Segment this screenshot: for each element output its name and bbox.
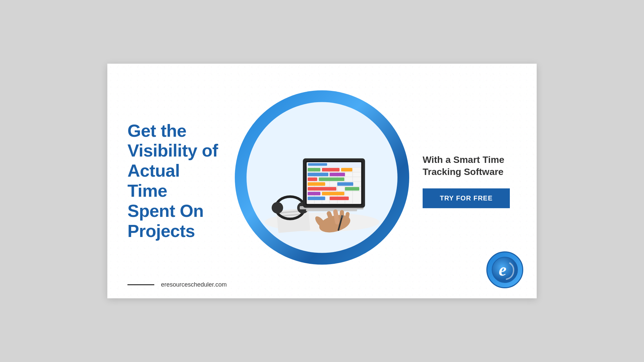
svg-rect-28	[341, 168, 352, 171]
svg-rect-39	[308, 197, 325, 200]
svg-text:e: e	[499, 260, 506, 279]
website-section: eresourcescheduler.com	[127, 281, 227, 288]
subtitle-line1: With a Smart Time	[423, 155, 504, 165]
website-divider-line	[127, 284, 154, 285]
try-for-free-button[interactable]: TRY FOR FREE	[423, 188, 510, 208]
svg-rect-27	[322, 168, 339, 171]
svg-rect-8	[306, 209, 357, 212]
svg-rect-30	[330, 173, 345, 176]
svg-rect-35	[308, 187, 336, 190]
brand-logo-circle: e	[486, 251, 523, 288]
svg-rect-34	[337, 182, 354, 186]
svg-rect-37	[308, 192, 320, 195]
center-image-section	[235, 90, 409, 265]
subtitle-line2: Tracking Software	[423, 167, 503, 177]
svg-rect-38	[322, 192, 344, 195]
main-heading: Get the Visibility of Actual Time Spent …	[127, 121, 221, 241]
svg-rect-29	[308, 173, 328, 176]
circle-inner	[247, 102, 397, 253]
heading-line1: Get the	[127, 121, 221, 141]
svg-point-5	[272, 202, 283, 214]
svg-rect-40	[330, 197, 349, 200]
svg-rect-36	[345, 187, 359, 190]
heading-line5: Projects	[127, 221, 221, 241]
svg-rect-32	[319, 178, 344, 181]
heading-line2: Visibility of	[127, 141, 221, 161]
heading-line3: Actual Time	[127, 161, 221, 201]
left-section: Get the Visibility of Actual Time Spent …	[107, 101, 235, 261]
ad-banner: Get the Visibility of Actual Time Spent …	[107, 64, 537, 298]
circle-outer-ring	[235, 90, 409, 265]
heading-line4: Spent On	[127, 201, 221, 221]
svg-rect-26	[308, 168, 320, 171]
laptop-scene	[252, 107, 392, 248]
laptop-illustration	[258, 114, 386, 241]
subtitle-text: With a Smart Time Tracking Software	[423, 154, 504, 178]
svg-rect-25	[308, 163, 327, 166]
logo-svg: e	[491, 256, 518, 283]
svg-rect-33	[308, 182, 325, 186]
right-section: With a Smart Time Tracking Software TRY …	[423, 154, 523, 208]
svg-rect-31	[308, 178, 317, 181]
website-url: eresourcescheduler.com	[161, 281, 227, 288]
